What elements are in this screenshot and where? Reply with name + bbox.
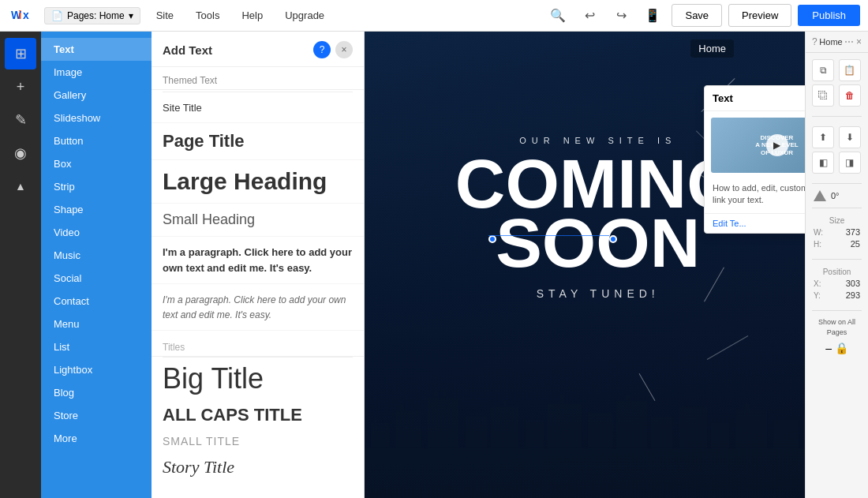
move-down-icon[interactable]: ⬇ <box>839 126 861 148</box>
align-right-icon[interactable]: ◨ <box>839 152 861 174</box>
menu-item-gallery[interactable]: Gallery <box>41 84 152 107</box>
duplicate-icon[interactable]: ⿻ <box>812 84 834 107</box>
paragraph-option[interactable]: I'm a paragraph. Click here to add your … <box>152 284 364 331</box>
pages-grid-icon: ⊞ <box>15 47 27 61</box>
sidebar-icons: ⊞ + ✎ ◉ ▲ <box>0 32 41 498</box>
topbar-nav-help[interactable]: Help <box>230 0 274 32</box>
pages-home-button[interactable]: 📄 Pages: Home ▾ <box>44 7 140 24</box>
large-heading-text: Large Heading <box>163 168 327 194</box>
topbar-nav-upgrade[interactable]: Upgrade <box>274 0 335 32</box>
help-icon[interactable]: ? <box>313 41 331 58</box>
big-title-option[interactable]: Big Title <box>152 358 364 400</box>
right-panel-home-label: Home <box>819 37 842 47</box>
text-popup-thumbnail[interactable]: DISCOVERA NEW LEVELOF LUXUR ▶ 3:13 <box>711 118 805 173</box>
search-icon[interactable]: 🔍 <box>545 3 571 28</box>
paste-icon[interactable]: 📋 <box>839 59 861 81</box>
text-popup-edit-button[interactable]: Edit Te... <box>705 213 805 233</box>
right-panel-align-grid: ⬆ ⬇ ◧ ◨ <box>806 120 868 180</box>
menu-item-store[interactable]: Store <box>41 404 152 427</box>
panel-divider-5 <box>812 310 862 311</box>
large-heading-option[interactable]: Large Heading <box>152 160 364 204</box>
titles-section-label: Titles <box>152 334 364 357</box>
svg-rect-18 <box>616 400 648 447</box>
sidebar-item-pages[interactable]: ⊞ <box>5 38 36 69</box>
selection-top-line <box>488 235 609 236</box>
svg-rect-23 <box>735 410 767 447</box>
delete-icon[interactable]: 🗑 <box>839 84 861 107</box>
show-all-pages-toggle[interactable]: – 🔒 <box>806 340 868 356</box>
paragraph-bold-text: I'm a paragraph. Click here to add your … <box>163 246 352 274</box>
position-section: Position X: 303 Y: 293 <box>806 263 868 307</box>
menu-item-shape[interactable]: Shape <box>41 198 152 221</box>
align-left-icon[interactable]: ◧ <box>812 152 834 174</box>
canvas[interactable]: OUR NEW SITE IS COMINGSOON STAY TUNED! H… <box>365 32 805 498</box>
text-popup-title: Text <box>713 92 733 104</box>
menu-item-lightbox[interactable]: Lightbox <box>41 358 152 381</box>
right-panel-close-icon[interactable]: × <box>856 36 862 47</box>
pages-home-label: Pages: Home <box>67 10 125 21</box>
menu-item-music[interactable]: Music <box>41 244 152 267</box>
preview-button[interactable]: Preview <box>728 4 791 27</box>
x-label: X: <box>814 279 821 288</box>
menu-item-blog[interactable]: Blog <box>41 381 152 404</box>
menu-item-slideshow[interactable]: Slideshow <box>41 107 152 129</box>
panel-divider-1 <box>812 116 862 117</box>
panel-title: Add Text <box>163 43 212 57</box>
paragraph-bold-option[interactable]: I'm a paragraph. Click here to add your … <box>152 237 364 284</box>
selection-handle-top-left[interactable] <box>488 235 496 243</box>
small-heading-text: Small Heading <box>163 212 255 227</box>
menu-item-text[interactable]: Text <box>41 38 152 61</box>
sidebar-item-blog[interactable]: ✎ <box>5 104 36 136</box>
selection-handle-top-right[interactable] <box>609 235 617 243</box>
pages-icon: 📄 <box>51 10 63 21</box>
svg-rect-16 <box>559 394 564 403</box>
size-section: Size W: 373 H: 25 <box>806 212 868 256</box>
menu-item-image[interactable]: Image <box>41 61 152 84</box>
menu-item-more[interactable]: More <box>41 427 152 450</box>
small-title-option[interactable]: SMALL TITLE <box>152 430 364 452</box>
menu-item-button[interactable]: Button <box>41 129 152 152</box>
menu-item-contact[interactable]: Contact <box>41 290 152 313</box>
svg-rect-3 <box>365 447 805 498</box>
main-area: ⊞ + ✎ ◉ ▲ Text Image Gallery Slideshow B… <box>0 32 868 498</box>
sidebar-item-add[interactable]: + <box>5 71 36 103</box>
mobile-icon[interactable]: 📱 <box>640 3 665 28</box>
coming-soon-content: OUR NEW SITE IS COMINGSOON STAY TUNED! <box>455 137 741 301</box>
copy-icon[interactable]: ⧉ <box>812 59 834 81</box>
chevron-down-icon: ▾ <box>129 10 133 21</box>
height-row: H: 25 <box>814 239 860 249</box>
angle-section: 0° <box>806 187 868 204</box>
right-panel-help-icon[interactable]: ? <box>812 36 817 47</box>
page-title-option[interactable]: Page Title <box>152 123 364 160</box>
all-caps-option[interactable]: ALL CAPS TITLE <box>152 400 364 430</box>
save-button[interactable]: Save <box>672 4 722 27</box>
undo-icon[interactable]: ↩ <box>577 3 602 28</box>
move-up-icon[interactable]: ⬆ <box>812 126 834 148</box>
svg-rect-15 <box>547 403 582 447</box>
sidebar-item-media[interactable]: ▲ <box>5 170 36 202</box>
right-panel-icon-grid: ⧉ 📋 ⿻ 🗑 <box>806 53 868 113</box>
right-panel-grid-icon[interactable]: ⋯ <box>844 36 854 47</box>
sidebar-item-social[interactable]: ◉ <box>5 137 36 169</box>
thumbnail-bg: DISCOVERA NEW LEVELOF LUXUR <box>711 118 805 173</box>
add-icon: + <box>17 80 25 94</box>
publish-button[interactable]: Publish <box>798 5 860 26</box>
topbar-nav-tools[interactable]: Tools <box>185 0 230 32</box>
topbar-nav-site[interactable]: Site <box>145 0 185 32</box>
menu-item-social[interactable]: Social <box>41 267 152 290</box>
close-panel-icon[interactable]: × <box>335 41 353 58</box>
play-button[interactable]: ▶ <box>766 134 788 156</box>
site-title-option[interactable]: Site Title <box>152 92 364 123</box>
svg-rect-8 <box>428 397 459 447</box>
small-heading-option[interactable]: Small Heading <box>152 204 364 237</box>
header-icons: ? × <box>313 41 353 58</box>
menu-item-box[interactable]: Box <box>41 152 152 175</box>
angle-triangle-icon <box>814 190 826 201</box>
story-title-option[interactable]: Story Title <box>152 452 364 482</box>
menu-item-list[interactable]: List <box>41 335 152 358</box>
menu-item-video[interactable]: Video <box>41 221 152 244</box>
redo-icon[interactable]: ↪ <box>608 3 634 28</box>
svg-rect-5 <box>374 416 377 422</box>
menu-item-menu[interactable]: Menu <box>41 313 152 335</box>
menu-item-strip[interactable]: Strip <box>41 175 152 198</box>
